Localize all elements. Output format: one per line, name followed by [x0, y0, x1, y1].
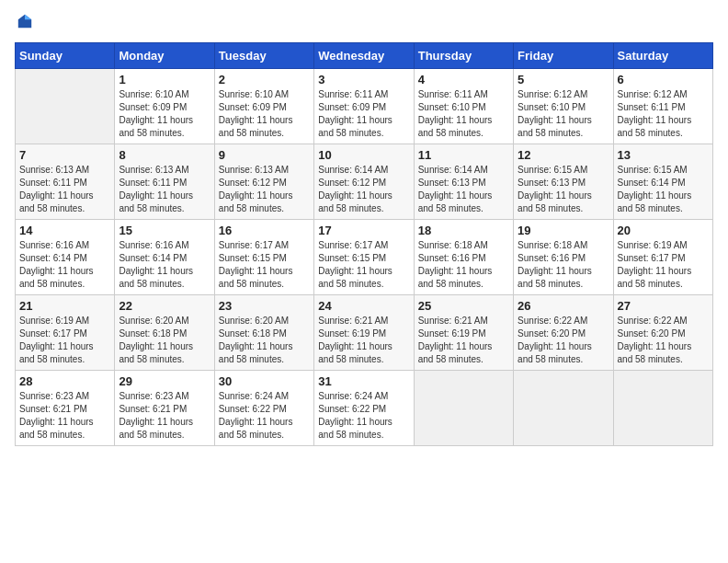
day-info: Sunrise: 6:10 AMSunset: 6:09 PMDaylight:… — [219, 88, 310, 140]
day-number: 29 — [119, 374, 210, 388]
day-info: Sunrise: 6:23 AMSunset: 6:21 PMDaylight:… — [119, 390, 210, 442]
day-info: Sunrise: 6:16 AMSunset: 6:14 PMDaylight:… — [119, 239, 210, 291]
calendar-cell: 28Sunrise: 6:23 AMSunset: 6:21 PMDayligh… — [16, 371, 115, 446]
day-number: 25 — [418, 299, 509, 313]
day-info: Sunrise: 6:21 AMSunset: 6:19 PMDaylight:… — [318, 315, 409, 366]
day-info: Sunrise: 6:15 AMSunset: 6:13 PMDaylight:… — [518, 164, 609, 215]
calendar-cell: 26Sunrise: 6:22 AMSunset: 6:20 PMDayligh… — [514, 295, 613, 371]
calendar-cell: 24Sunrise: 6:21 AMSunset: 6:19 PMDayligh… — [314, 295, 414, 371]
calendar-cell: 19Sunrise: 6:18 AMSunset: 6:16 PMDayligh… — [514, 220, 613, 295]
calendar-cell — [16, 69, 115, 144]
day-info: Sunrise: 6:18 AMSunset: 6:16 PMDaylight:… — [518, 239, 609, 291]
header-wednesday: Wednesday — [314, 43, 414, 69]
calendar-cell: 9Sunrise: 6:13 AMSunset: 6:12 PMDaylight… — [214, 144, 313, 220]
day-info: Sunrise: 6:13 AMSunset: 6:11 PMDaylight:… — [119, 164, 210, 215]
day-number: 26 — [518, 299, 609, 313]
day-number: 15 — [119, 224, 210, 237]
day-number: 14 — [19, 224, 110, 237]
calendar-cell: 5Sunrise: 6:12 AMSunset: 6:10 PMDaylight… — [514, 69, 613, 144]
week-row-2: 14Sunrise: 6:16 AMSunset: 6:14 PMDayligh… — [16, 220, 713, 295]
day-number: 1 — [119, 73, 210, 86]
day-number: 5 — [518, 73, 609, 86]
day-info: Sunrise: 6:16 AMSunset: 6:14 PMDaylight:… — [19, 239, 110, 291]
calendar-cell: 2Sunrise: 6:10 AMSunset: 6:09 PMDaylight… — [214, 69, 313, 144]
day-info: Sunrise: 6:11 AMSunset: 6:10 PMDaylight:… — [418, 88, 509, 140]
calendar-cell: 16Sunrise: 6:17 AMSunset: 6:15 PMDayligh… — [214, 220, 313, 295]
day-number: 4 — [418, 73, 509, 86]
day-info: Sunrise: 6:14 AMSunset: 6:13 PMDaylight:… — [418, 164, 509, 215]
calendar-cell: 27Sunrise: 6:22 AMSunset: 6:20 PMDayligh… — [613, 295, 712, 371]
day-info: Sunrise: 6:15 AMSunset: 6:14 PMDaylight:… — [618, 164, 709, 215]
day-number: 31 — [318, 374, 409, 388]
day-info: Sunrise: 6:22 AMSunset: 6:20 PMDaylight:… — [518, 315, 609, 366]
calendar-cell: 6Sunrise: 6:12 AMSunset: 6:11 PMDaylight… — [613, 69, 712, 144]
calendar-cell: 11Sunrise: 6:14 AMSunset: 6:13 PMDayligh… — [414, 144, 513, 220]
day-number: 7 — [19, 148, 110, 162]
day-info: Sunrise: 6:14 AMSunset: 6:12 PMDaylight:… — [318, 164, 409, 215]
calendar-table: SundayMondayTuesdayWednesdayThursdayFrid… — [15, 42, 713, 446]
day-info: Sunrise: 6:13 AMSunset: 6:11 PMDaylight:… — [19, 164, 110, 215]
calendar-cell — [514, 371, 613, 446]
calendar-cell: 10Sunrise: 6:14 AMSunset: 6:12 PMDayligh… — [314, 144, 414, 220]
day-number: 27 — [618, 299, 709, 313]
day-info: Sunrise: 6:13 AMSunset: 6:12 PMDaylight:… — [219, 164, 310, 215]
calendar-cell: 22Sunrise: 6:20 AMSunset: 6:18 PMDayligh… — [115, 295, 214, 371]
day-number: 20 — [618, 224, 709, 237]
header-friday: Friday — [514, 43, 613, 69]
day-info: Sunrise: 6:17 AMSunset: 6:15 PMDaylight:… — [219, 239, 310, 291]
calendar-cell: 17Sunrise: 6:17 AMSunset: 6:15 PMDayligh… — [314, 220, 414, 295]
day-number: 24 — [318, 299, 409, 313]
day-number: 9 — [219, 148, 310, 162]
calendar-cell: 20Sunrise: 6:19 AMSunset: 6:17 PMDayligh… — [613, 220, 712, 295]
day-number: 17 — [318, 224, 409, 237]
day-number: 16 — [219, 224, 310, 237]
day-number: 23 — [219, 299, 310, 313]
day-number: 19 — [518, 224, 609, 237]
day-number: 28 — [19, 374, 110, 388]
calendar-cell: 21Sunrise: 6:19 AMSunset: 6:17 PMDayligh… — [16, 295, 115, 371]
calendar-cell: 29Sunrise: 6:23 AMSunset: 6:21 PMDayligh… — [115, 371, 214, 446]
calendar-cell — [613, 371, 712, 446]
day-info: Sunrise: 6:21 AMSunset: 6:19 PMDaylight:… — [418, 315, 509, 366]
calendar-cell: 13Sunrise: 6:15 AMSunset: 6:14 PMDayligh… — [613, 144, 712, 220]
calendar-cell: 7Sunrise: 6:13 AMSunset: 6:11 PMDaylight… — [16, 144, 115, 220]
calendar-cell: 15Sunrise: 6:16 AMSunset: 6:14 PMDayligh… — [115, 220, 214, 295]
week-row-4: 28Sunrise: 6:23 AMSunset: 6:21 PMDayligh… — [16, 371, 713, 446]
day-info: Sunrise: 6:17 AMSunset: 6:15 PMDaylight:… — [318, 239, 409, 291]
calendar-cell: 1Sunrise: 6:10 AMSunset: 6:09 PMDaylight… — [115, 69, 214, 144]
day-number: 10 — [318, 148, 409, 162]
day-number: 18 — [418, 224, 509, 237]
day-info: Sunrise: 6:18 AMSunset: 6:16 PMDaylight:… — [418, 239, 509, 291]
day-info: Sunrise: 6:19 AMSunset: 6:17 PMDaylight:… — [19, 315, 110, 366]
week-row-0: 1Sunrise: 6:10 AMSunset: 6:09 PMDaylight… — [16, 69, 713, 144]
header-saturday: Saturday — [613, 43, 712, 69]
calendar-cell: 31Sunrise: 6:24 AMSunset: 6:22 PMDayligh… — [314, 371, 414, 446]
calendar-cell: 4Sunrise: 6:11 AMSunset: 6:10 PMDaylight… — [414, 69, 513, 144]
day-info: Sunrise: 6:20 AMSunset: 6:18 PMDaylight:… — [119, 315, 210, 366]
day-number: 13 — [618, 148, 709, 162]
day-info: Sunrise: 6:24 AMSunset: 6:22 PMDaylight:… — [219, 390, 310, 442]
day-info: Sunrise: 6:12 AMSunset: 6:11 PMDaylight:… — [618, 88, 709, 140]
day-number: 11 — [418, 148, 509, 162]
day-info: Sunrise: 6:19 AMSunset: 6:17 PMDaylight:… — [618, 239, 709, 291]
day-number: 30 — [219, 374, 310, 388]
day-number: 2 — [219, 73, 310, 86]
calendar-cell: 12Sunrise: 6:15 AMSunset: 6:13 PMDayligh… — [514, 144, 613, 220]
calendar-cell: 18Sunrise: 6:18 AMSunset: 6:16 PMDayligh… — [414, 220, 513, 295]
svg-marker-1 — [25, 15, 31, 19]
calendar-cell: 14Sunrise: 6:16 AMSunset: 6:14 PMDayligh… — [16, 220, 115, 295]
page-header — [15, 15, 713, 35]
week-row-3: 21Sunrise: 6:19 AMSunset: 6:17 PMDayligh… — [16, 295, 713, 371]
calendar-header-row: SundayMondayTuesdayWednesdayThursdayFrid… — [16, 43, 713, 69]
header-monday: Monday — [115, 43, 214, 69]
general-blue-icon — [17, 13, 33, 29]
calendar-cell: 23Sunrise: 6:20 AMSunset: 6:18 PMDayligh… — [214, 295, 313, 371]
day-number: 22 — [119, 299, 210, 313]
calendar-cell — [414, 371, 513, 446]
calendar-cell: 8Sunrise: 6:13 AMSunset: 6:11 PMDaylight… — [115, 144, 214, 220]
calendar-cell: 30Sunrise: 6:24 AMSunset: 6:22 PMDayligh… — [214, 371, 313, 446]
day-info: Sunrise: 6:24 AMSunset: 6:22 PMDaylight:… — [318, 390, 409, 442]
day-number: 8 — [119, 148, 210, 162]
day-info: Sunrise: 6:22 AMSunset: 6:20 PMDaylight:… — [618, 315, 709, 366]
day-info: Sunrise: 6:23 AMSunset: 6:21 PMDaylight:… — [19, 390, 110, 442]
